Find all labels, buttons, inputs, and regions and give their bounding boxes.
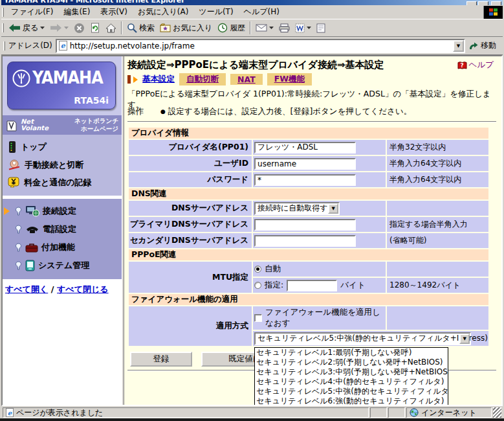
user-id-input[interactable] [254,158,356,170]
address-input[interactable] [67,41,453,51]
toolbar-grip[interactable] [2,23,4,32]
dropdown-option-2[interactable]: セキュリティレベル2:弱(予期しない発呼+NetBIOS) [255,358,448,367]
svg-text:?: ? [460,62,463,69]
tab-basic-settings[interactable]: 基本設定 [142,74,175,85]
firewall-reapply-checkbox[interactable] [254,314,262,322]
discuss-button[interactable] [314,20,328,36]
edit-button[interactable] [292,20,314,36]
sidebar-item-manual-connect[interactable]: 手動接続と切断 [3,156,122,174]
row-user-id: ユーザID 半角入力64文字以内 [129,156,488,171]
home-icon [105,23,116,33]
stop-button[interactable] [71,20,87,36]
dropdown-option-5[interactable]: セキュリティレベル5:中強(静的セキュリティフィルタ+Ingress) [255,387,448,396]
maximize-button[interactable] [478,1,488,5]
mail-icon [256,24,267,32]
sidebar-item-connection-settings[interactable]: 接続設定 [3,202,122,220]
dropdown-option-6[interactable]: セキュリティレベル6:強(動的セキュリティフィルタ) [255,396,448,405]
back-arrow-icon [8,23,21,32]
menu-grip[interactable] [2,8,4,17]
address-label: アドレス(D) [7,40,56,51]
dns-mode-selected-value: 接続時に自動取得する [257,203,336,214]
dropdown-option-1[interactable]: セキュリティレベル1:最弱(予期しない発呼) [255,348,448,358]
yen-icon [8,177,20,188]
register-button[interactable]: 登録 [130,352,192,367]
go-button[interactable]: 移動 [465,40,501,51]
bottom-edge [0,418,504,421]
security-select-arrow-icon[interactable]: ▼ [459,334,470,344]
mtu-auto-radio[interactable] [254,266,261,273]
open-all-link[interactable]: すべて開く [5,284,48,294]
dns-select-arrow-icon[interactable]: ▼ [328,203,338,214]
sidebar-item-top[interactable]: トップ [3,138,122,156]
menu-file[interactable]: ファイル(F) [6,5,58,19]
go-arrow-icon [469,42,478,50]
edit-icon [295,23,305,33]
mtu-manual-radio[interactable] [254,282,261,289]
sidebar-item-phone-settings-label: 電話設定 [43,223,76,235]
history-label: 履歴 [230,23,245,34]
tab-bar: 基本設定 自動切断 NAT FW機能 [127,73,498,86]
mail-button[interactable] [253,20,276,36]
menu-favorites[interactable]: お気に入り(A) [133,5,193,19]
search-icon [127,23,137,33]
dropdown-option-3[interactable]: セキュリティレベル3:中弱(予期しない発呼+NetBIOS+Ingress) [255,367,448,377]
section-pppoe: PPPoE関連 [129,249,488,260]
netvolante-banner[interactable]: Net Volante ネットボランチ ホームページ [3,115,122,135]
dns-primary-note: 指定する場合半角入力 [387,217,488,232]
dns-secondary-input[interactable] [254,235,356,247]
operation-label: 操作 [127,106,144,117]
dns-primary-input[interactable] [254,219,356,231]
go-label: 移動 [481,40,496,51]
password-note: 半角入力64文字以内 [387,172,488,187]
tab-fw-function[interactable]: FW機能 [267,73,312,85]
address-grip[interactable] [3,41,5,51]
sidebar-item-additional-functions[interactable]: 付加機能 [3,238,122,256]
close-all-link[interactable]: すべて閉じる [57,284,109,294]
dns-secondary-note: (省略可能) [387,233,488,248]
minimize-button[interactable] [466,1,477,5]
mtu-label: MTU指定 [129,262,252,293]
menu-tools[interactable]: ツール(T) [193,5,238,19]
security-level-select[interactable]: セキュリティレベル5:中強(静的セキュリティフィルタ+Ingress) ▼ [254,332,471,345]
search-button[interactable]: 検索 [124,20,157,36]
resize-grip[interactable] [493,407,501,418]
sidebar-item-system-management[interactable]: システム管理 [3,256,122,275]
page-header: 接続設定⇒PPPoEによる端末型プロバイダ接続⇒基本設定 ? ヘルプ [127,58,498,72]
close-button[interactable] [491,1,501,5]
menu-edit[interactable]: 編集(E) [58,5,95,19]
user-id-label: ユーザID [129,156,252,171]
history-button[interactable]: 履歴 [215,20,248,36]
sidebar-links: すべて開く / すべて閉じる [3,279,122,300]
favorites-button[interactable]: お気に入り [157,20,215,36]
menu-help[interactable]: ヘルプ(H) [239,5,285,19]
security-level-selected-value: セキュリティレベル5:中強(静的セキュリティフィルタ+Ingress) [257,333,488,344]
user-id-note: 半角入力64文字以内 [387,156,488,171]
sidebar-item-phone-settings[interactable]: 電話設定 [3,220,122,238]
sidebar-item-manual-connect-label: 手動接続と切断 [25,159,83,171]
back-label: 戻る [23,23,38,34]
dropdown-option-4[interactable]: セキュリティレベル4:中(静的セキュリティフィルタ) [255,377,448,387]
print-button[interactable] [276,20,292,36]
refresh-button[interactable] [87,20,103,36]
notebook-icon [25,260,35,271]
home-button[interactable] [103,20,119,36]
header-divider [127,121,496,122]
back-button[interactable]: 戻る [6,20,47,36]
tab-nat[interactable]: NAT [230,74,263,85]
sidebar-item-charges-log[interactable]: 料金と通信の記録 [3,174,122,191]
address-dropdown-button[interactable]: ▼ [453,40,464,52]
menu-view[interactable]: 表示(V) [95,5,133,19]
mtu-auto-note [387,262,488,277]
netvolante-logo-icon [6,119,17,131]
history-icon [217,23,228,33]
dns-mode-select[interactable]: 接続時に自動取得する ▼ [254,202,340,215]
mtu-range-note: 1280～1492バイト [387,278,488,293]
mtu-value-input[interactable] [287,280,337,291]
help-link[interactable]: ? ヘルプ [457,60,494,71]
settings-form: プロバイダ情報 プロバイダ名(PP01) 半角32文字以内 ユーザID 半角入力… [127,126,490,347]
provider-name-input[interactable] [254,142,356,154]
status-bar: e ページが表示されました インターネット [1,406,503,418]
password-input[interactable] [254,174,356,186]
tab-auto-disconnect[interactable]: 自動切断 [179,73,226,85]
forward-button[interactable] [47,20,71,36]
